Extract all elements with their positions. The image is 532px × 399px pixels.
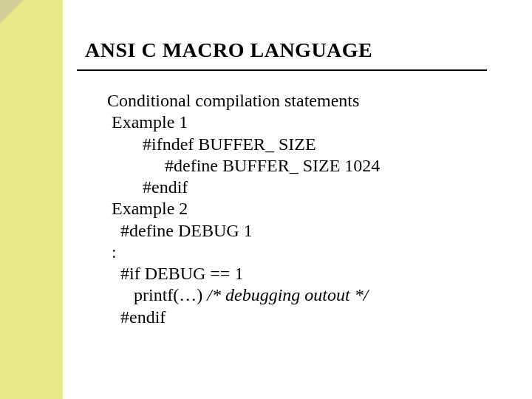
code-text: printf(…)	[107, 285, 207, 304]
slide-title: ANSI C MACRO LANGUAGE	[85, 38, 499, 62]
slide: ANSI C MACRO LANGUAGE Conditional compil…	[0, 0, 532, 399]
code-line: #endif	[107, 307, 510, 328]
code-line: #define BUFFER_ SIZE 1024	[107, 155, 510, 177]
example-2-label: Example 2	[107, 198, 510, 219]
corner-fold-decoration	[0, 0, 24, 24]
code-line: #endif	[107, 177, 510, 198]
code-line: #if DEBUG == 1	[107, 263, 510, 284]
example-1-label: Example 1	[107, 112, 510, 133]
code-line-printf: printf(…) /* debugging outout */	[107, 284, 510, 306]
code-line: #ifndef BUFFER_ SIZE	[107, 134, 510, 155]
slide-content: Conditional compilation statements Examp…	[107, 90, 510, 328]
code-comment: /* debugging outout */	[207, 285, 368, 304]
code-line-colon: :	[107, 242, 510, 263]
content-intro: Conditional compilation statements	[107, 90, 510, 112]
left-accent-band	[0, 0, 63, 399]
code-line: #define DEBUG 1	[107, 220, 510, 242]
title-underline	[77, 69, 487, 71]
